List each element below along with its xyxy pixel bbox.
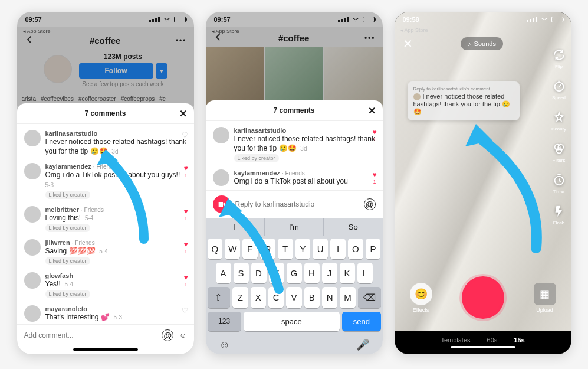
close-camera-button[interactable]: ✕ xyxy=(403,37,413,51)
comment-text: Omg i do a TikTok post all about you xyxy=(234,177,376,186)
key-d[interactable]: D xyxy=(251,263,267,283)
comment-avatar xyxy=(24,305,41,322)
back-to-app[interactable]: ◂ App Store xyxy=(400,27,428,33)
key-t[interactable]: T xyxy=(278,239,293,259)
mode-15s[interactable]: 15s xyxy=(514,337,524,344)
timer-icon xyxy=(551,172,567,188)
key-c[interactable]: C xyxy=(268,287,284,308)
dictation-button[interactable]: 🎤 xyxy=(356,338,369,351)
record-button[interactable] xyxy=(462,276,504,319)
add-comment-input[interactable] xyxy=(24,331,156,339)
close-sheet-button[interactable]: ✕ xyxy=(368,105,376,116)
emoji-keyboard-button[interactable]: ☺ xyxy=(219,339,230,351)
key-a[interactable]: A xyxy=(216,263,231,283)
key-e[interactable]: E xyxy=(242,239,258,259)
like-button[interactable]: ♥1 xyxy=(183,273,188,288)
comment-username[interactable]: mayaranoleto xyxy=(45,305,187,312)
key-s[interactable]: S xyxy=(234,263,249,283)
like-button[interactable]: ♥1 xyxy=(372,171,376,185)
key-g[interactable]: G xyxy=(287,263,302,283)
key-m[interactable]: M xyxy=(340,287,355,308)
key-z[interactable]: Z xyxy=(232,287,248,308)
key-k[interactable]: K xyxy=(340,263,355,283)
reply-input-row: @ xyxy=(206,190,383,218)
key-v[interactable]: V xyxy=(286,287,301,308)
comment-username[interactable]: melbrittner · Friends xyxy=(45,206,187,213)
comment-text: Yes!! 5-4 xyxy=(45,279,187,289)
key-r[interactable]: R xyxy=(260,239,275,259)
comment-row[interactable]: karlinasartstudioI never noticed those r… xyxy=(23,126,188,159)
tool-filters[interactable]: Filters xyxy=(551,141,567,163)
like-button[interactable]: ♥1 xyxy=(183,240,188,254)
comment-row[interactable]: jillwrren · FriendsSaving 💯💯💯 5-4Liked b… xyxy=(23,236,188,269)
comment-row[interactable]: melbrittner · FriendsLoving this! 5-4Lik… xyxy=(23,203,188,236)
key-w[interactable]: W xyxy=(225,239,240,259)
space-key[interactable]: space xyxy=(244,312,340,331)
mention-button[interactable]: @ xyxy=(364,198,376,210)
key-f[interactable]: F xyxy=(269,263,284,283)
comment-username[interactable]: kaylammendez · Friends xyxy=(234,169,376,177)
key-u[interactable]: U xyxy=(313,239,328,259)
reply-input[interactable] xyxy=(235,200,359,208)
comment-avatar xyxy=(24,130,41,146)
comment-row[interactable]: kaylammendez · FriendsOmg i do a TikTok … xyxy=(212,166,377,190)
key-y[interactable]: Y xyxy=(295,239,311,259)
shift-key[interactable]: ⇧ xyxy=(208,287,231,308)
mention-button[interactable]: @ xyxy=(162,329,173,341)
mode-templates[interactable]: Templates xyxy=(441,337,470,344)
numbers-key[interactable]: 123 xyxy=(208,312,241,331)
tool-beauty[interactable]: Beauty xyxy=(551,110,567,132)
key-q[interactable]: Q xyxy=(208,239,223,259)
video-reply-button[interactable] xyxy=(213,195,231,213)
record-modes[interactable]: Templates60s15s xyxy=(395,337,571,344)
phone-2-reply-keyboard: 09:57 ◂ App Store #coffee ••• 7 comments… xyxy=(206,12,383,354)
tool-speed[interactable]: Speed xyxy=(551,79,567,100)
like-button[interactable]: ♥1 xyxy=(183,207,188,221)
comment-username[interactable]: karlinasartstudio xyxy=(45,130,187,137)
comment-text: Loving this! 5-4 xyxy=(45,213,187,223)
tool-timer[interactable]: Timer xyxy=(551,172,567,194)
comment-username[interactable]: karlinasartstudio xyxy=(234,127,376,134)
like-button[interactable]: ♡ xyxy=(182,306,188,315)
close-sheet-button[interactable]: ✕ xyxy=(179,108,187,119)
like-button[interactable]: ♥1 xyxy=(183,164,188,178)
key-x[interactable]: X xyxy=(251,287,266,308)
mode-60s[interactable]: 60s xyxy=(487,337,498,344)
key-l[interactable]: L xyxy=(357,263,373,283)
comment-username[interactable]: jillwrren · Friends xyxy=(45,239,187,246)
comment-row[interactable]: kaylammendez · FriendsOmg i do a TikTok … xyxy=(23,159,188,202)
key-h[interactable]: H xyxy=(304,263,320,283)
send-key[interactable]: send xyxy=(342,312,380,331)
key-i[interactable]: I xyxy=(330,239,346,259)
comment-username[interactable]: kaylammendez · Friends xyxy=(45,163,187,170)
comment-text: I never noticed those related hashtags! … xyxy=(234,134,376,153)
key-o[interactable]: O xyxy=(348,239,363,259)
comment-row[interactable]: karlinasartstudioI never noticed those r… xyxy=(212,123,377,166)
comment-reply-bubble[interactable]: Reply to karlinasartstudio's comment I n… xyxy=(408,81,520,120)
tool-flip[interactable]: Flip xyxy=(551,47,567,69)
emoji-button[interactable]: ☺ xyxy=(179,331,186,339)
like-button[interactable]: ♥1 xyxy=(372,128,376,142)
comment-row[interactable]: glowfashYes!! 5-4Liked by creator♥1 xyxy=(23,269,188,302)
key-n[interactable]: N xyxy=(322,287,337,308)
reply-bubble-avatar xyxy=(413,93,421,100)
key-p[interactable]: P xyxy=(366,239,381,259)
tool-flash[interactable]: Flash xyxy=(551,204,567,226)
sounds-button[interactable]: ♪ Sounds xyxy=(461,37,503,50)
comment-text: I never noticed those related hashtags! … xyxy=(45,137,187,156)
upload-button[interactable]: ▦ Upload xyxy=(534,283,556,313)
key-b[interactable]: B xyxy=(304,287,320,308)
liked-by-creator-badge: Liked by creator xyxy=(45,224,90,232)
liked-by-creator-badge: Liked by creator xyxy=(45,290,90,298)
camera-top-bar: ✕ ♪ Sounds xyxy=(395,37,571,51)
key-j[interactable]: J xyxy=(322,263,337,283)
backspace-key[interactable]: ⌫ xyxy=(358,287,381,308)
comment-time: 3d xyxy=(110,148,119,155)
wifi-icon xyxy=(540,17,548,22)
effects-button[interactable]: 😊 Effects xyxy=(410,283,432,313)
flip-icon xyxy=(551,47,567,63)
keyboard-suggestions[interactable]: I I'm So xyxy=(206,218,383,236)
like-button[interactable]: ♡ xyxy=(182,131,188,139)
comment-row[interactable]: mayaranoletoThat's interesting 💕 5-3♡ xyxy=(23,302,188,324)
comment-username[interactable]: glowfash xyxy=(45,272,187,279)
